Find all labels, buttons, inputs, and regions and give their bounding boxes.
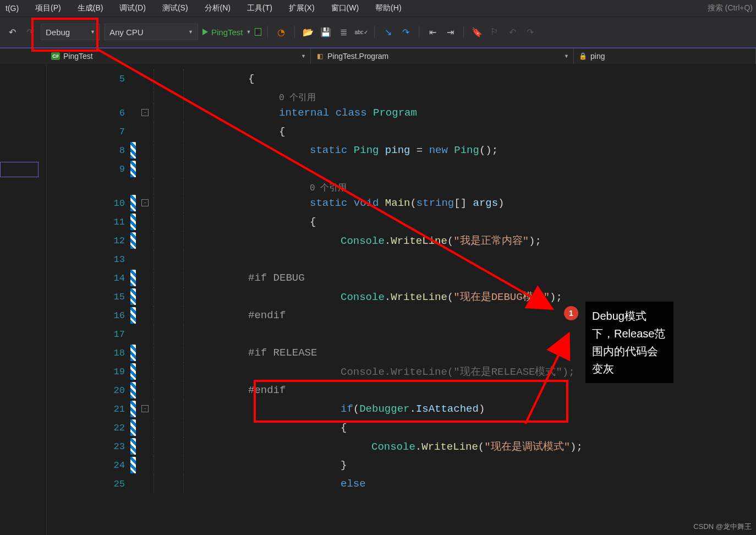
bookmark-icon[interactable]: 🔖 bbox=[470, 25, 484, 39]
config-dropdown[interactable]: Debug ▼ bbox=[41, 24, 100, 40]
code-line[interactable]: 16#endif bbox=[47, 306, 756, 325]
code-line[interactable]: 19Console.WriteLine("现在是RELEASE模式"); bbox=[47, 362, 756, 381]
menu-window[interactable]: 窗口(W) bbox=[329, 2, 361, 14]
flag-icon[interactable]: 🏳 bbox=[488, 25, 501, 39]
save-icon[interactable]: 💾 bbox=[319, 25, 332, 39]
nav-back-icon[interactable]: ↶ bbox=[506, 25, 519, 39]
indent-left-icon[interactable]: ⇤ bbox=[426, 25, 439, 39]
chevron-down-icon: ▼ bbox=[301, 53, 306, 59]
indent-right-icon[interactable]: ⇥ bbox=[443, 25, 457, 39]
lock-icon: 🔒 bbox=[578, 52, 587, 61]
menubar: t(G) 项目(P) 生成(B) 调试(D) 测试(S) 分析(N) 工具(T)… bbox=[0, 0, 756, 17]
chevron-down-icon: ▼ bbox=[90, 29, 95, 35]
back-icon[interactable]: ↶ bbox=[6, 25, 19, 39]
code-line[interactable]: 9 bbox=[47, 160, 756, 178]
abc-check-icon[interactable]: abc✓ bbox=[354, 25, 368, 39]
chevron-down-icon: ▼ bbox=[188, 29, 193, 35]
chevron-down-icon: ▼ bbox=[564, 53, 569, 59]
side-panel bbox=[0, 64, 47, 535]
side-selection bbox=[0, 162, 39, 177]
code-line[interactable]: 11{ bbox=[47, 212, 756, 231]
forward-icon[interactable]: ↷ bbox=[23, 25, 36, 39]
code-line[interactable]: 5{ bbox=[47, 69, 756, 88]
code-line[interactable]: 20#endif bbox=[47, 381, 756, 400]
hot-reload-icon[interactable]: ◔ bbox=[275, 25, 288, 39]
code-line[interactable]: 6-internal class Program bbox=[47, 103, 756, 122]
start-debug-button[interactable]: PingTest ▼ bbox=[202, 28, 251, 37]
run-label: PingTest bbox=[211, 28, 243, 37]
config-label: Debug bbox=[46, 28, 70, 37]
platform-label: Any CPU bbox=[109, 28, 144, 37]
nav-class-dropdown[interactable]: ◧ PingTest.Program ▼ bbox=[311, 48, 574, 64]
menu-analyze[interactable]: 分析(N) bbox=[202, 2, 233, 14]
csharp-icon: C# bbox=[51, 52, 60, 60]
code-line[interactable]: 8static Ping ping = new Ping(); bbox=[47, 141, 756, 160]
menu-git[interactable]: t(G) bbox=[3, 3, 21, 14]
platform-dropdown[interactable]: Any CPU ▼ bbox=[105, 24, 198, 40]
search-input-placeholder[interactable]: 搜索 (Ctrl+Q) bbox=[708, 3, 753, 13]
navigation-strip: C# PingTest ▼ ◧ PingTest.Program ▼ 🔒 pin… bbox=[0, 47, 756, 64]
code-line[interactable]: 13 bbox=[47, 250, 756, 269]
code-line[interactable]: 12Console.WriteLine("我是正常内容"); bbox=[47, 231, 756, 250]
code-line[interactable]: 14#if DEBUG bbox=[47, 269, 756, 287]
code-line[interactable]: 17 bbox=[47, 325, 756, 343]
menu-test[interactable]: 测试(S) bbox=[160, 2, 190, 14]
class-icon: ◧ bbox=[315, 52, 324, 61]
nav-member-label: ping bbox=[590, 52, 605, 61]
menu-build[interactable]: 生成(B) bbox=[75, 2, 106, 14]
code-line[interactable]: 15Console.WriteLine("现在是DEBUG模式"); bbox=[47, 287, 756, 306]
code-editor[interactable]: 5{0 个引用6-internal class Program7{8static… bbox=[47, 64, 756, 535]
fold-toggle[interactable]: - bbox=[141, 405, 149, 412]
nav-fwd-icon[interactable]: ↷ bbox=[523, 25, 536, 39]
play-icon bbox=[202, 29, 208, 35]
nav-member-dropdown[interactable]: 🔒 ping bbox=[574, 48, 756, 64]
menu-ext[interactable]: 扩展(X) bbox=[287, 2, 317, 14]
fold-toggle[interactable]: - bbox=[141, 109, 149, 116]
code-line[interactable]: 7{ bbox=[47, 122, 756, 141]
code-line[interactable]: 22{ bbox=[47, 418, 756, 437]
list-icon[interactable]: ≣ bbox=[337, 25, 350, 39]
step-into-icon[interactable]: ↘ bbox=[381, 25, 395, 39]
nav-class-label: PingTest.Program bbox=[327, 52, 388, 61]
nav-project-label: PingTest bbox=[63, 52, 93, 61]
open-file-icon[interactable]: 📂 bbox=[302, 25, 315, 39]
code-line[interactable]: 23Console.WriteLine("现在是调试模式"); bbox=[47, 437, 756, 456]
code-line[interactable]: 21-if(Debugger.IsAttached) bbox=[47, 400, 756, 418]
toolbar: ↶ ↷ Debug ▼ Any CPU ▼ PingTest ▼ ◔ 📂 💾 ≣… bbox=[0, 17, 756, 47]
start-without-debug-icon[interactable] bbox=[255, 29, 261, 35]
menu-tools[interactable]: 工具(T) bbox=[245, 2, 275, 14]
code-line[interactable]: 10-static void Main(string[] args) bbox=[47, 194, 756, 212]
code-line[interactable]: 24} bbox=[47, 456, 756, 474]
code-line[interactable]: 18#if RELEASE bbox=[47, 343, 756, 362]
chevron-down-icon: ▼ bbox=[246, 29, 251, 35]
menu-project[interactable]: 项目(P) bbox=[33, 2, 63, 14]
editor-area: 5{0 个引用6-internal class Program7{8static… bbox=[0, 64, 756, 535]
step-over-icon[interactable]: ↷ bbox=[399, 25, 412, 39]
code-line[interactable]: 25else bbox=[47, 474, 756, 493]
menu-help[interactable]: 帮助(H) bbox=[373, 2, 403, 14]
nav-project-dropdown[interactable]: C# PingTest ▼ bbox=[47, 48, 311, 64]
menu-debug[interactable]: 调试(D) bbox=[117, 2, 147, 14]
fold-toggle[interactable]: - bbox=[141, 199, 149, 206]
app-root: t(G) 项目(P) 生成(B) 调试(D) 测试(S) 分析(N) 工具(T)… bbox=[0, 0, 756, 535]
